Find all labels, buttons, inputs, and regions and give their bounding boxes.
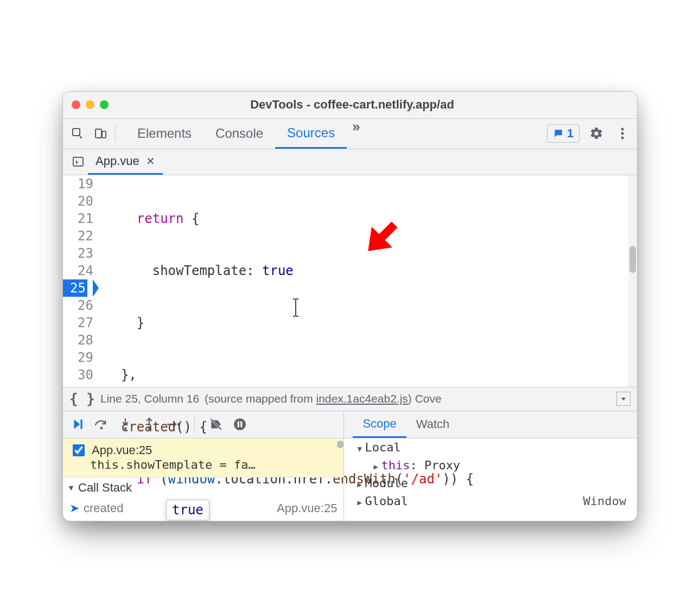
settings-icon[interactable] (587, 124, 606, 143)
tab-sources[interactable]: Sources (275, 118, 347, 149)
text-cursor-icon (229, 280, 230, 300)
file-tab-label: App.vue (96, 154, 139, 168)
titlebar: DevTools - coffee-cart.netlify.app/ad (63, 92, 637, 119)
editor-scrollbar[interactable] (628, 175, 637, 387)
scroll-thumb[interactable] (629, 246, 636, 273)
breakpoint-location: App.vue:25 (92, 443, 152, 457)
source-editor[interactable]: 19 20 21 22 23 24 25 26 27 28 29 30 retu… (63, 175, 637, 387)
current-frame-icon: ➤ (69, 501, 79, 515)
svg-rect-7 (80, 419, 82, 429)
traffic-lights (72, 100, 109, 109)
svg-rect-1 (96, 129, 101, 138)
svg-point-5 (621, 137, 624, 139)
file-tab-bar: App.vue ✕ (63, 149, 637, 175)
svg-rect-6 (73, 157, 83, 166)
svg-rect-2 (102, 131, 106, 138)
inspect-element-icon[interactable] (68, 124, 87, 143)
close-window-button[interactable] (72, 100, 80, 109)
line-gutter[interactable]: 19 20 21 22 23 24 25 26 27 28 29 30 (63, 175, 101, 387)
file-tab[interactable]: App.vue ✕ (88, 149, 163, 175)
breakpoint-marker[interactable]: 25 (63, 279, 93, 297)
close-tab-icon[interactable]: ✕ (146, 155, 155, 168)
callstack-header[interactable]: ▼ Call Stack (63, 477, 343, 498)
panel-tabs: Elements Console Sources » (125, 118, 547, 149)
main-toolbar: Elements Console Sources » 1 (63, 119, 637, 149)
device-toolbar-icon[interactable] (91, 124, 110, 143)
pretty-print-icon[interactable]: { } (69, 391, 95, 407)
kebab-menu-icon[interactable] (613, 124, 632, 143)
tab-console[interactable]: Console (203, 118, 275, 149)
svg-point-3 (621, 128, 624, 131)
source-code[interactable]: return { showTemplate: true } }, created… (101, 175, 637, 387)
resume-icon[interactable] (69, 416, 86, 432)
devtools-window: DevTools - coffee-cart.netlify.app/ad El… (62, 91, 638, 521)
navigator-toggle-icon[interactable] (68, 152, 88, 171)
issues-button[interactable]: 1 (547, 124, 580, 143)
callstack-pane: App.vue:25 this.showTemplate = fa… ▼ Cal… (63, 438, 344, 521)
svg-point-4 (621, 132, 624, 135)
issues-count: 1 (567, 126, 574, 141)
maximize-window-button[interactable] (100, 100, 109, 109)
stack-frame[interactable]: ➤created App.vue:25 (63, 498, 343, 521)
breakpoint-snippet: this.showTemplate = fa… (71, 458, 336, 471)
stack-frame-location: App.vue:25 (277, 501, 337, 515)
breakpoint-checkbox[interactable] (73, 444, 85, 456)
pane-scroll-thumb[interactable] (337, 441, 343, 448)
more-tabs-button[interactable]: » (347, 118, 365, 149)
disclosure-triangle-icon: ▼ (67, 483, 75, 492)
toolbar-divider (115, 125, 116, 142)
minimize-window-button[interactable] (86, 100, 94, 109)
tab-elements[interactable]: Elements (125, 118, 203, 149)
breakpoint-item[interactable]: App.vue:25 this.showTemplate = fa… (63, 438, 343, 477)
window-title: DevTools - coffee-cart.netlify.app/ad (109, 98, 596, 112)
